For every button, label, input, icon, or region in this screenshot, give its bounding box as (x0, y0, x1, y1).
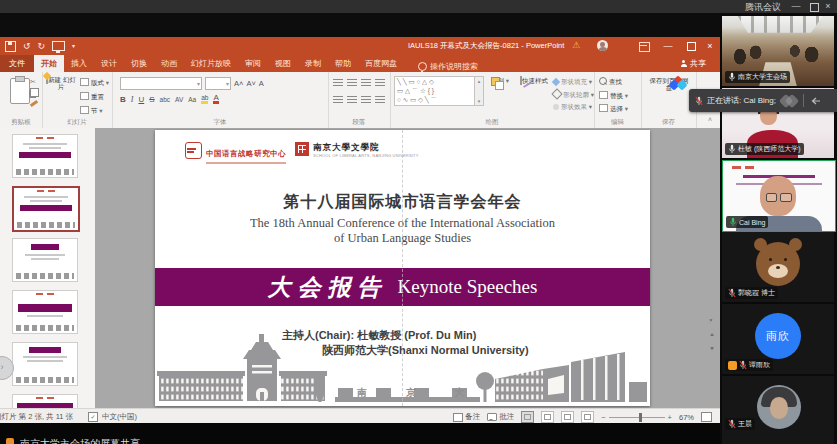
scroll-down-icon[interactable]: ▾ (710, 318, 713, 323)
notes-button[interactable]: 备注 (453, 412, 480, 422)
tab-file[interactable]: 文件 (0, 55, 34, 72)
strikethrough-button[interactable]: S (149, 95, 154, 104)
tab-review[interactable]: 审阅 (238, 55, 268, 72)
quick-styles-button[interactable]: 快速样式 (518, 77, 550, 86)
undo-icon[interactable]: ↺ (23, 40, 31, 52)
tab-slideshow[interactable]: 幻灯片放映 (184, 55, 238, 72)
language-indicator[interactable]: 中文(中国) (102, 412, 137, 422)
tab-insert[interactable]: 插入 (64, 55, 94, 72)
ppt-maximize-icon[interactable] (687, 42, 696, 51)
reading-view-button[interactable] (561, 411, 574, 423)
tell-me-search[interactable]: 操作说明搜索 (418, 61, 478, 72)
tab-baidu-netdisk[interactable]: 百度网盘 (358, 55, 404, 72)
qat-customize-icon[interactable]: ▾ (72, 40, 75, 52)
slideshow-icon[interactable] (52, 41, 65, 51)
zoom-level[interactable]: 67% (679, 413, 694, 422)
ppt-close-icon[interactable]: × (702, 39, 718, 53)
bullets-icon[interactable] (333, 79, 343, 86)
meeting-minimize-icon[interactable]: — (789, 0, 803, 13)
normal-view-button[interactable] (521, 411, 534, 423)
align-right-icon[interactable] (361, 96, 371, 103)
redo-icon[interactable]: ↻ (38, 40, 46, 52)
replace-button[interactable]: 替换 ▾ (599, 91, 628, 101)
video-tile-guo-xiaoxia[interactable]: 郭晓霞 博士 (722, 232, 834, 302)
tab-record[interactable]: 录制 (298, 55, 328, 72)
meeting-maximize-icon[interactable] (810, 3, 819, 12)
comments-button[interactable]: 批注 (487, 412, 514, 422)
shapes-gallery[interactable]: ╲ ╲ ▭ ○ △ ◇ ▭ △ ⌒ ☆ { } ○ ∿ ▭ ◇ ╲ ⌒ (394, 76, 478, 106)
previous-slide-button[interactable]: ▴▴ (710, 332, 712, 337)
zoom-in-icon[interactable]: + (668, 413, 672, 422)
select-button[interactable]: 选择 ▾ (599, 104, 628, 114)
video-tile-cai-bing-speaking[interactable]: Cai Bing (722, 160, 836, 232)
indent-increase-icon[interactable] (375, 79, 385, 86)
reset-button[interactable]: 重置 (80, 92, 109, 102)
slide-thumbnail-6[interactable] (12, 394, 78, 408)
indent-decrease-icon[interactable] (361, 79, 371, 86)
slide-thumbnail-4[interactable] (12, 290, 78, 334)
zoom-out-icon[interactable]: − (601, 413, 605, 422)
video-tile-tan-yuxin[interactable]: 雨欣 谭雨欣 (722, 304, 834, 374)
video-tile-nju-room[interactable]: 南京大学主会场 (722, 16, 834, 86)
highlight-color-button[interactable]: ab (201, 94, 208, 104)
account-avatar[interactable] (597, 40, 608, 51)
collapse-ribbon-icon[interactable]: ˄ (708, 116, 712, 123)
next-slide-button[interactable]: ▾▾ (710, 346, 712, 351)
zoom-slider-thumb[interactable] (639, 413, 642, 422)
find-button[interactable]: 查找 (599, 77, 628, 87)
font-color-button[interactable]: A (213, 94, 218, 104)
fit-to-window-icon[interactable] (701, 412, 712, 422)
warning-icon[interactable]: ⚠ (572, 40, 580, 50)
spell-check-icon[interactable]: ✓ (88, 412, 98, 422)
slide-sorter-view-button[interactable] (541, 411, 554, 423)
slide-thumbnail-3[interactable] (12, 238, 78, 282)
video-tile-wang-chen[interactable]: 王晨 (722, 376, 834, 444)
italic-button[interactable]: I (131, 95, 134, 104)
tab-home[interactable]: 开始 (34, 55, 64, 72)
char-spacing-button[interactable]: AV (175, 96, 183, 103)
cut-icon[interactable]: ✂ (30, 78, 39, 85)
align-center-icon[interactable] (347, 96, 357, 103)
shrink-font-button[interactable]: A˅ (246, 79, 255, 88)
ppt-minimize-icon[interactable]: — (660, 39, 676, 53)
font-name-combo[interactable]: ▾ (120, 77, 202, 90)
align-left-icon[interactable] (333, 96, 343, 103)
save-to-baidu-button[interactable]: 保存到百度网盘 (647, 77, 691, 91)
shadow-button[interactable]: abc (160, 96, 170, 103)
shapes-gallery-scroll[interactable]: ▴▾ (474, 76, 484, 106)
shape-outline-button[interactable]: 形状轮廓 ▾ (553, 90, 594, 100)
share-button[interactable]: 共享 (680, 58, 706, 69)
clear-format-button[interactable]: A (259, 79, 264, 88)
shape-effects-button[interactable]: 形状效果 ▾ (553, 103, 594, 112)
section-button[interactable]: 节 ▾ (80, 106, 109, 116)
collapse-arrow-icon[interactable] (810, 96, 822, 106)
tab-help[interactable]: 帮助 (328, 55, 358, 72)
format-painter-icon[interactable] (30, 100, 38, 107)
tab-design[interactable]: 设计 (94, 55, 124, 72)
meeting-close-icon[interactable]: × (821, 0, 835, 13)
slide-thumbnail-1[interactable] (12, 134, 78, 178)
tab-transitions[interactable]: 切换 (124, 55, 154, 72)
font-size-combo[interactable]: ▾ (205, 77, 231, 90)
ribbon-display-options-icon[interactable] (639, 42, 650, 52)
slide-canvas[interactable]: 中国语言战略研究中心 南京大學文學院 SCHOOL OF LIBERAL ART… (155, 130, 650, 406)
slide-thumbnail-5[interactable] (12, 342, 78, 386)
bold-button[interactable]: B (120, 95, 126, 104)
numbering-icon[interactable] (347, 79, 357, 86)
zoom-slider[interactable] (609, 417, 665, 418)
save-icon[interactable] (5, 41, 16, 52)
new-slide-button[interactable]: 新建 幻灯片 (46, 76, 76, 90)
slideshow-view-button[interactable] (581, 411, 594, 423)
shape-fill-button[interactable]: 形状填充 ▾ (553, 78, 594, 87)
paste-button[interactable] (10, 78, 30, 104)
tab-animations[interactable]: 动画 (154, 55, 184, 72)
change-case-button[interactable]: Aa (188, 96, 196, 103)
slide-thumbnail-2-selected[interactable] (12, 186, 80, 232)
justify-icon[interactable] (375, 96, 385, 103)
layout-button[interactable]: 版式 ▾ (80, 78, 109, 88)
arrange-button[interactable]: 排列 ▾ (486, 77, 514, 86)
underline-button[interactable]: U (138, 95, 144, 104)
tab-view[interactable]: 视图 (268, 55, 298, 72)
grow-font-button[interactable]: A˄ (234, 79, 243, 88)
copy-icon[interactable] (30, 88, 39, 97)
